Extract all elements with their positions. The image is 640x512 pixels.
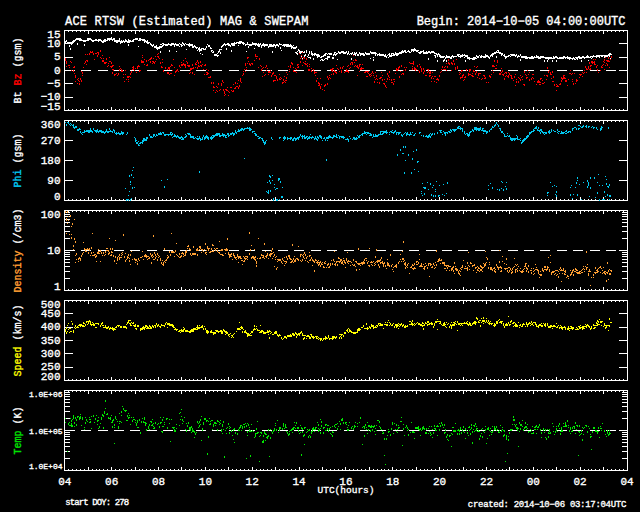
- svg-text:start DOY: 278: start DOY: 278: [65, 498, 129, 508]
- svg-text:1: 1: [54, 281, 61, 293]
- svg-text:Bt Bz (gsm): Bt Bz (gsm): [13, 37, 24, 103]
- svg-text:360: 360: [41, 119, 61, 131]
- svg-text:created: 2014−10−06 03:17:04UT: created: 2014−10−06 03:17:04UTC: [468, 500, 627, 510]
- svg-text:Temp (K): Temp (K): [13, 406, 24, 454]
- svg-text:350: 350: [41, 335, 61, 347]
- svg-text:Density (/cm3): Density (/cm3): [13, 208, 24, 292]
- svg-text:100: 100: [41, 209, 61, 221]
- svg-text:20: 20: [433, 476, 446, 488]
- svg-text:300: 300: [41, 348, 61, 360]
- svg-text:04: 04: [58, 476, 72, 488]
- svg-text:14: 14: [292, 476, 306, 488]
- svg-text:04: 04: [620, 476, 634, 488]
- svg-text:08: 08: [152, 476, 165, 488]
- svg-text:ACE RTSW (Estimated) MAG & SWE: ACE RTSW (Estimated) MAG & SWEPAM: [65, 15, 309, 29]
- svg-text:00: 00: [527, 476, 540, 488]
- svg-text:1.0E+04: 1.0E+04: [29, 462, 63, 471]
- svg-text:−15: −15: [41, 101, 61, 113]
- svg-text:90: 90: [47, 175, 60, 187]
- svg-text:10: 10: [47, 245, 60, 257]
- svg-text:200: 200: [41, 371, 61, 383]
- svg-text:270: 270: [41, 135, 61, 147]
- svg-text:1.0E+06: 1.0E+06: [29, 390, 63, 399]
- svg-text:Begin: 2014−10−05 04:00:00UTC: Begin: 2014−10−05 04:00:00UTC: [417, 15, 626, 29]
- svg-text:0: 0: [54, 65, 61, 77]
- svg-text:10: 10: [199, 476, 212, 488]
- svg-text:06: 06: [105, 476, 118, 488]
- svg-text:400: 400: [41, 321, 61, 333]
- svg-text:5: 5: [54, 51, 61, 63]
- svg-text:Phi (gsm): Phi (gsm): [13, 133, 24, 187]
- svg-text:18: 18: [386, 476, 399, 488]
- svg-text:180: 180: [41, 155, 61, 167]
- svg-text:0: 0: [54, 191, 61, 203]
- svg-text:1.0E+05: 1.0E+05: [29, 427, 63, 436]
- svg-text:450: 450: [41, 308, 61, 320]
- svg-text:22: 22: [480, 476, 493, 488]
- svg-text:02: 02: [573, 476, 586, 488]
- svg-text:12: 12: [246, 476, 259, 488]
- svg-text:UTC(hours): UTC(hours): [317, 485, 374, 496]
- svg-text:Speed (km/s): Speed (km/s): [13, 304, 24, 376]
- svg-text:10: 10: [47, 38, 60, 50]
- svg-text:−5: −5: [47, 78, 60, 90]
